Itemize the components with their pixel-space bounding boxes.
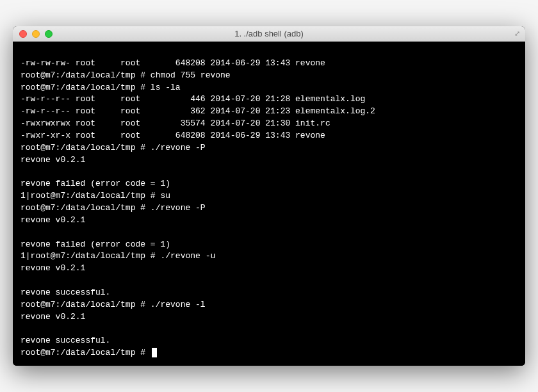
terminal-window: 1. ./adb shell (adb) ⤢ -rw-rw-rw- root r… — [13, 26, 525, 366]
maximize-icon[interactable] — [45, 30, 53, 38]
terminal-prompt: root@m7:/data/local/tmp # — [20, 348, 151, 357]
terminal-line: revone successful. — [20, 288, 110, 297]
terminal-line: revone v0.2.1 — [20, 312, 85, 322]
terminal-line: revone failed (error code = 1) — [20, 179, 170, 188]
terminal-line: root@m7:/data/local/tmp # ls -la — [20, 83, 181, 92]
title-bar: 1. ./adb shell (adb) ⤢ — [13, 26, 525, 42]
terminal-body[interactable]: -rw-rw-rw- root root 648208 2014-06-29 1… — [13, 42, 525, 366]
terminal-line: revone failed (error code = 1) — [20, 240, 170, 249]
cursor-icon — [152, 348, 157, 357]
close-icon[interactable] — [19, 30, 27, 38]
terminal-line: root@m7:/data/local/tmp # ./revone -P — [20, 203, 206, 213]
terminal-line: 1|root@m7:/data/local/tmp # su — [20, 191, 170, 200]
terminal-line: -rw-r--r-- root root 446 2014-07-20 21:2… — [20, 94, 365, 104]
terminal-line: root@m7:/data/local/tmp # ./revone -l — [20, 300, 206, 309]
terminal-line: root@m7:/data/local/tmp # ./revone -P — [20, 143, 206, 152]
terminal-line: revone v0.2.1 — [20, 155, 85, 165]
terminal-line: revone v0.2.1 — [20, 215, 85, 225]
terminal-line: 1|root@m7:/data/local/tmp # ./revone -u — [20, 251, 215, 261]
terminal-line: -rwxr-xr-x root root 648208 2014-06-29 1… — [20, 131, 325, 140]
traffic-lights — [13, 30, 53, 38]
terminal-line: revone v0.2.1 — [20, 263, 85, 273]
terminal-line: root@m7:/data/local/tmp # chmod 755 revo… — [20, 70, 231, 80]
terminal-line: -rw-r--r-- root root 362 2014-07-20 21:2… — [20, 106, 375, 116]
terminal-line: -rw-rw-rw- root root 648208 2014-06-29 1… — [20, 58, 325, 68]
expand-icon[interactable]: ⤢ — [514, 29, 520, 38]
terminal-line: -rwxrwxrwx root root 35574 2014-07-20 21… — [20, 118, 330, 128]
terminal-line: revone successful. — [20, 336, 110, 345]
window-title: 1. ./adb shell (adb) — [234, 29, 304, 38]
minimize-icon[interactable] — [32, 30, 40, 38]
